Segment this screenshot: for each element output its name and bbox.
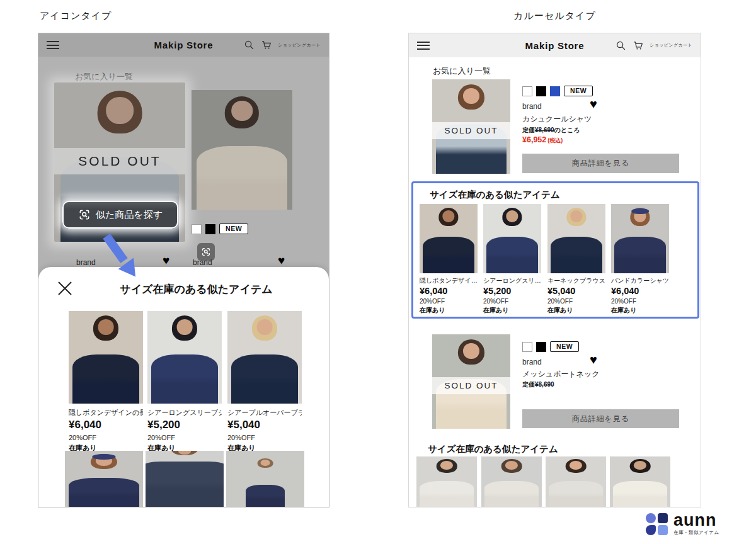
similar-item-photo[interactable] (65, 451, 143, 507)
similar-item-photo[interactable] (416, 456, 477, 507)
item-name: シアーロングスリ… (483, 276, 541, 285)
page: アイコンタイプ カルーセルタイプ Makip Store ショッピングカート お… (0, 0, 756, 544)
similar-item-card[interactable]: シアーロングスリーブシ… ¥5,200 20%OFF 在庫あり (147, 311, 222, 453)
product-photo (611, 204, 669, 273)
cart-icon[interactable] (260, 39, 272, 51)
brand-label: brand (522, 102, 542, 111)
favorite-product-image[interactable]: SOLD OUT (432, 334, 510, 429)
list-price: 定価¥8,690のところ (522, 126, 580, 135)
logo-tiles-icon (646, 513, 668, 536)
product-detail-button[interactable]: 商品詳細を見る (522, 154, 679, 173)
item-price: ¥6,040 (420, 286, 478, 296)
favorite-product-image[interactable] (192, 90, 292, 210)
color-swatch[interactable] (205, 224, 215, 234)
sold-out-overlay: SOLD OUT (54, 148, 185, 174)
item-price: ¥5,040 (547, 286, 605, 296)
carousel-item-card[interactable]: シアーロングスリ… ¥5,200 20%OFF 在庫あり (483, 204, 541, 315)
new-badge: NEW (564, 86, 593, 96)
logo-tagline: 在庫・類似アイテム (673, 530, 719, 536)
item-discount: 20%OFF (69, 434, 143, 441)
color-swatches[interactable] (522, 86, 560, 96)
logo-name: aunn (673, 512, 719, 528)
find-similar-label: 似た商品を探す (96, 209, 163, 221)
new-badge: NEW (219, 224, 248, 234)
product-detail-button[interactable]: 商品詳細を見る (522, 409, 679, 428)
carousel-title: サイズ在庫のある似たアイテム (430, 189, 560, 201)
brand-label: brand (522, 358, 542, 366)
carousel-item-card[interactable]: バンドカラーシャツ ¥6,040 20%OFF 在庫あり (611, 204, 669, 315)
item-discount: 20%OFF (547, 298, 605, 305)
item-name: シアーロングスリーブシ… (147, 408, 222, 417)
similar-item-photo[interactable] (546, 456, 606, 507)
tax-note: (税込) (547, 137, 563, 144)
product-photo (420, 204, 478, 273)
item-price: ¥6,040 (611, 286, 669, 296)
struck-price: ¥8,690 (535, 127, 554, 133)
favorite-heart-icon[interactable]: ♥ (278, 254, 285, 266)
color-swatch[interactable] (192, 224, 202, 234)
color-swatch[interactable] (536, 86, 546, 96)
similar-item-photo[interactable] (481, 456, 542, 507)
item-name: 隠しボタンデザインの長… (69, 408, 143, 417)
item-price: ¥5,200 (483, 286, 541, 296)
product-name: メッシュボートネック (522, 369, 600, 380)
color-swatch[interactable] (550, 86, 560, 96)
color-options-row: NEW (192, 224, 248, 234)
favorites-heading: お気に入り一覧 (75, 71, 133, 82)
color-swatch[interactable] (522, 342, 532, 352)
color-swatch[interactable] (522, 86, 532, 96)
color-swatches[interactable] (522, 342, 546, 352)
item-price: ¥5,040 (227, 419, 302, 431)
item-discount: 20%OFF (420, 298, 478, 305)
product-name: カシュクールシャツ (522, 114, 592, 125)
item-discount: 20%OFF (147, 434, 222, 441)
similar-item-photo[interactable] (226, 451, 304, 507)
product-photo (147, 311, 222, 404)
similar-item-photo[interactable] (146, 451, 224, 507)
similar-items-carousel: サイズ在庫のある似たアイテム 隠しボタンデザイ… ¥6,040 20%OFF 在… (411, 181, 699, 319)
app-header: Makip Store ショッピングカート (409, 33, 701, 57)
item-stock: 在庫あり (420, 306, 478, 315)
favorite-product-image[interactable]: SOLD OUT (432, 79, 510, 174)
similar-item-photo[interactable] (610, 456, 670, 507)
item-name: バンドカラーシャツ (611, 276, 669, 285)
carousel-item-card[interactable]: 隠しボタンデザイ… ¥6,040 20%OFF 在庫あり (420, 204, 478, 315)
item-name: シアープルオーバーブラ… (227, 408, 302, 417)
struck-price: ¥8,690 (535, 381, 554, 388)
product-photo (69, 311, 143, 404)
favorite-heart-icon[interactable]: ♥ (163, 254, 169, 266)
sale-price: ¥6,952(税込) (522, 135, 563, 145)
sheet-title: サイズ在庫のある似たアイテム (64, 282, 329, 297)
search-icon[interactable] (616, 40, 626, 51)
similar-item-card[interactable]: 隠しボタンデザインの長… ¥6,040 20%OFF 在庫あり (69, 311, 143, 453)
icon-type-phone: Makip Store ショッピングカート お気に入り一覧 SOLD OUT (38, 33, 329, 507)
cart-icon[interactable] (632, 40, 644, 52)
item-stock: 在庫あり (611, 306, 669, 315)
item-discount: 20%OFF (227, 434, 302, 441)
item-name: キーネックブラウス (547, 276, 605, 285)
color-options-row: NEW (522, 341, 579, 352)
favorite-heart-icon[interactable]: ♥ (590, 354, 597, 366)
item-discount: 20%OFF (483, 298, 541, 305)
similar-item-card[interactable]: シアープルオーバーブラ… ¥5,040 20%OFF 在庫あり (227, 311, 302, 453)
favorite-heart-icon[interactable]: ♥ (590, 98, 597, 110)
sold-out-overlay: SOLD OUT (432, 122, 510, 139)
item-stock: 在庫あり (483, 306, 541, 315)
right-variant-label: カルーセルタイプ (408, 10, 701, 22)
new-badge: NEW (550, 341, 579, 352)
color-swatches[interactable] (192, 224, 215, 234)
scan-icon (78, 208, 91, 221)
carousel-item-card[interactable]: キーネックブラウス ¥5,040 20%OFF 在庫あり (547, 204, 605, 315)
color-swatch[interactable] (536, 342, 546, 352)
similar-section-title: サイズ在庫のある似たアイテム (428, 443, 558, 455)
list-price: 定価¥8,690 (522, 380, 554, 389)
favorites-heading: お気に入り一覧 (433, 65, 491, 77)
item-price: ¥6,040 (69, 419, 143, 431)
item-stock: 在庫あり (547, 306, 605, 315)
scan-icon-button[interactable] (197, 243, 215, 261)
find-similar-button[interactable]: 似た商品を探す (62, 201, 178, 229)
carousel-type-phone: Makip Store ショッピングカート お気に入り一覧 SOLD OUT N… (408, 33, 701, 507)
color-options-row: NEW (522, 86, 593, 96)
search-icon[interactable] (244, 40, 255, 50)
similar-items-sheet: サイズ在庫のある似たアイテム 隠しボタンデザインの長… ¥6,040 20%OF… (38, 267, 329, 507)
